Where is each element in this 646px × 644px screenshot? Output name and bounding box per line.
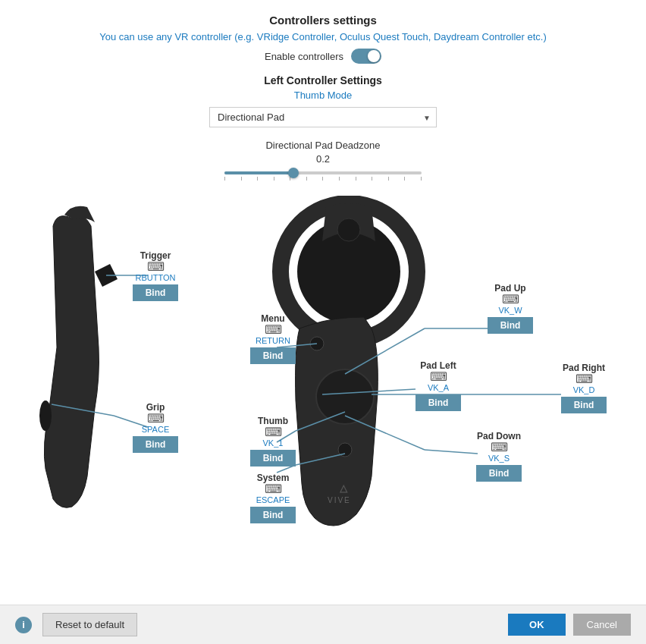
- pad-up-bind-button[interactable]: Bind: [488, 317, 533, 334]
- header-section: Controllers settings You can use any VR …: [0, 0, 646, 196]
- trigger-key: RBUTTON: [133, 273, 178, 282]
- enable-toggle[interactable]: [351, 49, 381, 64]
- cancel-button[interactable]: Cancel: [573, 614, 631, 636]
- svg-line-22: [345, 416, 425, 450]
- svg-text:△: △: [339, 482, 348, 494]
- deadzone-value: 0.2: [316, 153, 330, 165]
- grip-key: SPACE: [133, 425, 178, 434]
- thumb-key: VK_1: [250, 438, 296, 448]
- left-controller-shape: [39, 206, 118, 508]
- reset-button[interactable]: Reset to default: [42, 613, 137, 636]
- pad-right-title: Pad Right: [561, 363, 607, 373]
- grip-keyboard-icon: ⌨: [133, 413, 178, 425]
- slider-track-bg: [224, 171, 422, 174]
- system-title: System: [250, 473, 296, 483]
- pad-down-title: Pad Down: [476, 431, 522, 441]
- pad-left-keyboard-icon: ⌨: [416, 371, 461, 383]
- pad-up-keyboard-icon: ⌨: [488, 294, 533, 306]
- trigger-title: Trigger: [133, 250, 178, 261]
- toggle-knob: [368, 50, 380, 62]
- controller-svg: △ VIVE: [0, 196, 646, 567]
- grip-bind-button[interactable]: Bind: [133, 436, 178, 453]
- header-subtitle: You can use any VR controller (e.g. VRid…: [15, 31, 631, 42]
- slider-fill: [224, 171, 293, 174]
- pad-down-keyboard-icon: ⌨: [476, 441, 522, 454]
- thumb-bind-button[interactable]: Bind: [250, 450, 296, 467]
- svg-point-1: [281, 203, 417, 340]
- bottom-bar: i Reset to default OK Cancel: [0, 605, 646, 644]
- pad-up-title: Pad Up: [488, 283, 533, 294]
- svg-point-7: [338, 443, 352, 457]
- pad-left-key: VK_A: [416, 383, 461, 392]
- page-title: Controllers settings: [15, 14, 631, 27]
- menu-key: RETURN: [250, 336, 296, 345]
- thumb-label: Thumb ⌨ VK_1 Bind: [250, 416, 296, 467]
- pad-left-title: Pad Left: [416, 360, 461, 371]
- pad-up-key: VK_W: [488, 306, 533, 315]
- dropdown-row: Directional Pad Joystick Touchpad ▼: [15, 107, 631, 127]
- menu-keyboard-icon: ⌨: [250, 324, 296, 336]
- svg-point-8: [337, 218, 360, 241]
- controller-area: △ VIVE: [0, 196, 646, 567]
- slider-thumb[interactable]: [288, 168, 299, 178]
- right-controller-shape: △ VIVE: [281, 203, 417, 526]
- grip-title: Grip: [133, 402, 178, 413]
- pad-down-key: VK_S: [476, 454, 522, 463]
- menu-bind-button[interactable]: Bind: [250, 347, 296, 364]
- pad-right-bind-button[interactable]: Bind: [561, 397, 607, 413]
- thumb-mode-label: Thumb Mode: [15, 90, 631, 101]
- trigger-keyboard-icon: ⌨: [133, 261, 178, 273]
- pad-left-bind-button[interactable]: Bind: [416, 394, 461, 411]
- svg-point-5: [316, 369, 374, 424]
- deadzone-label: Directional Pad Deadzone: [265, 140, 380, 151]
- svg-point-6: [310, 337, 324, 350]
- svg-line-18: [345, 328, 425, 374]
- info-icon[interactable]: i: [15, 617, 32, 633]
- system-label: System ⌨ ESCAPE Bind: [250, 473, 296, 523]
- svg-line-20: [322, 389, 416, 394]
- system-bind-button[interactable]: Bind: [250, 507, 296, 523]
- thumb-mode-dropdown[interactable]: Directional Pad Joystick Touchpad: [209, 107, 437, 127]
- svg-point-0: [39, 401, 52, 431]
- dropdown-wrapper: Directional Pad Joystick Touchpad ▼: [209, 107, 437, 127]
- deadzone-slider-container: [224, 171, 422, 181]
- enable-row: Enable controllers: [15, 49, 631, 64]
- system-key: ESCAPE: [250, 495, 296, 504]
- ok-button[interactable]: OK: [508, 614, 566, 636]
- menu-label: Menu ⌨ RETURN Bind: [250, 313, 296, 364]
- pad-right-key: VK_D: [561, 385, 607, 394]
- slider-ticks: [224, 177, 422, 181]
- grip-label: Grip ⌨ SPACE Bind: [133, 402, 178, 453]
- pad-right-keyboard-icon: ⌨: [561, 373, 607, 385]
- svg-text:VIVE: VIVE: [328, 496, 351, 504]
- svg-point-2: [297, 220, 400, 323]
- pad-right-label: Pad Right ⌨ VK_D Bind: [561, 363, 607, 413]
- left-controller-title: Left Controller Settings: [15, 74, 631, 86]
- pad-down-bind-button[interactable]: Bind: [476, 465, 522, 482]
- svg-line-14: [296, 412, 345, 431]
- trigger-bind-button[interactable]: Bind: [133, 284, 178, 301]
- deadzone-section: Directional Pad Deadzone 0.2: [15, 138, 631, 165]
- thumb-title: Thumb: [250, 416, 296, 426]
- pad-down-label: Pad Down ⌨ VK_S Bind: [476, 431, 522, 482]
- menu-title: Menu: [250, 313, 296, 324]
- system-keyboard-icon: ⌨: [250, 483, 296, 495]
- thumb-keyboard-icon: ⌨: [250, 426, 296, 438]
- svg-line-12: [52, 404, 114, 416]
- trigger-label: Trigger ⌨ RBUTTON Bind: [133, 250, 178, 301]
- svg-line-23: [425, 450, 478, 454]
- svg-line-16: [296, 454, 345, 465]
- pad-up-label: Pad Up ⌨ VK_W Bind: [488, 283, 533, 334]
- enable-label: Enable controllers: [265, 51, 343, 62]
- slider-row: [15, 171, 631, 181]
- pad-left-label: Pad Left ⌨ VK_A Bind: [416, 360, 461, 411]
